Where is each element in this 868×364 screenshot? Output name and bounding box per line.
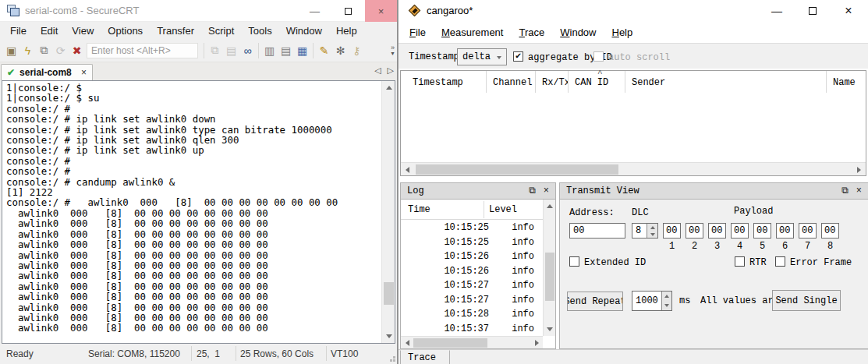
- log-row[interactable]: 10:15:27info: [401, 278, 542, 293]
- scrollbar-thumb[interactable]: [384, 282, 394, 305]
- menu-item-file[interactable]: File: [402, 24, 434, 41]
- payload-byte-input-2[interactable]: 00: [686, 223, 703, 239]
- dlc-spinner[interactable]: 8: [632, 223, 658, 239]
- copy-icon[interactable]: ⧉: [207, 43, 223, 58]
- scroll-up-icon[interactable]: [544, 200, 556, 213]
- key-icon[interactable]: ⚷: [349, 43, 365, 58]
- disconnect-icon[interactable]: ✖: [69, 43, 85, 58]
- scroll-up-icon[interactable]: [382, 81, 395, 94]
- timestamps-dropdown[interactable]: delta: [457, 48, 507, 65]
- global-options-icon[interactable]: ✻: [332, 43, 349, 58]
- menu-item-tools[interactable]: Tools: [241, 23, 278, 38]
- scroll-left-icon[interactable]: [401, 163, 414, 176]
- trace-col-rx-tx[interactable]: Rx/Tx: [536, 71, 569, 93]
- menu-item-trace[interactable]: Trace: [511, 24, 552, 41]
- trace-col-sender[interactable]: Sender: [625, 71, 827, 93]
- maximize-button[interactable]: [801, 0, 824, 22]
- find-icon[interactable]: ∞: [239, 43, 256, 58]
- reconnect-icon[interactable]: ⟳: [52, 43, 69, 58]
- tab-scroll-left-icon[interactable]: ◁: [374, 65, 381, 76]
- log-row[interactable]: 10:15:27info: [401, 293, 542, 308]
- close-panel-icon[interactable]: ×: [544, 186, 549, 196]
- auto-scroll-checkbox[interactable]: [593, 51, 604, 62]
- print-preview-icon[interactable]: ▤: [278, 43, 294, 58]
- menu-item-transfer[interactable]: Transfer: [150, 23, 201, 38]
- trace-col-name[interactable]: Name: [827, 71, 866, 93]
- float-panel-icon[interactable]: ⧉: [529, 186, 536, 196]
- extended-id-checkbox[interactable]: [569, 256, 579, 267]
- menu-item-window[interactable]: Window: [279, 23, 329, 38]
- aggregate-by-id-checkbox[interactable]: ✔: [513, 51, 523, 62]
- menu-item-script[interactable]: Script: [201, 23, 241, 38]
- scrollbar-thumb[interactable]: [413, 338, 487, 348]
- cangaroo-titlebar[interactable]: cangaroo* — ×: [399, 0, 868, 22]
- tab-scroll-right-icon[interactable]: ▷: [388, 65, 394, 76]
- menu-item-view[interactable]: View: [65, 23, 101, 38]
- trace-col-channel[interactable]: Channel: [487, 71, 536, 93]
- log-row[interactable]: 10:15:25info: [401, 235, 542, 250]
- spin-down-icon[interactable]: [662, 301, 671, 310]
- new-session-icon[interactable]: ▣: [3, 43, 19, 58]
- toolbar-overflow-button[interactable]: »▼: [390, 45, 395, 56]
- close-panel-icon[interactable]: ×: [856, 186, 862, 196]
- menu-item-file[interactable]: File: [3, 23, 34, 38]
- trace-table[interactable]: TimestampChannelRx/TxCAN IDSenderName ^: [400, 70, 866, 176]
- send-repeat-button[interactable]: Send Repeat: [567, 292, 623, 311]
- menu-item-edit[interactable]: Edit: [34, 23, 65, 38]
- log-row[interactable]: 10:15:25info: [401, 221, 542, 235]
- quick-connect-icon[interactable]: ϟ: [19, 43, 36, 58]
- payload-byte-input-3[interactable]: 00: [708, 223, 726, 239]
- error-frame-checkbox[interactable]: [775, 256, 785, 267]
- rtr-checkbox[interactable]: [735, 256, 745, 267]
- print-icon[interactable]: ▦: [294, 43, 310, 58]
- clone-session-icon[interactable]: ⧉: [36, 43, 52, 58]
- scrollbar-thumb[interactable]: [545, 253, 554, 301]
- float-panel-icon[interactable]: ⧉: [841, 186, 849, 196]
- menu-item-options[interactable]: Options: [101, 23, 150, 38]
- trace-col-timestamp[interactable]: Timestamp: [401, 71, 487, 93]
- minimize-button[interactable]: —: [298, 0, 331, 22]
- scrollbar-thumb[interactable]: [416, 164, 618, 175]
- scroll-left-icon[interactable]: [401, 337, 413, 349]
- maximize-button[interactable]: [331, 0, 365, 22]
- payload-byte-input-1[interactable]: 00: [663, 223, 681, 239]
- transmit-panel-titlebar[interactable]: Transmit View ⧉ ×: [559, 182, 868, 200]
- scroll-down-icon[interactable]: [382, 330, 395, 343]
- paste-icon[interactable]: ▤: [223, 43, 239, 58]
- close-button[interactable]: ×: [365, 0, 397, 22]
- terminal-scrollbar[interactable]: [381, 81, 395, 343]
- interval-spinner[interactable]: 1000: [632, 291, 672, 311]
- spin-up-icon[interactable]: [647, 224, 657, 231]
- securecrt-titlebar[interactable]: serial-com8 - SecureCRT — ×: [0, 0, 397, 22]
- scroll-right-icon[interactable]: [852, 163, 866, 176]
- spin-up-icon[interactable]: [662, 292, 671, 301]
- payload-byte-input-8[interactable]: 00: [821, 223, 839, 239]
- log-hscrollbar[interactable]: [401, 336, 543, 348]
- scroll-right-icon[interactable]: [530, 337, 543, 349]
- host-input[interactable]: [87, 43, 198, 58]
- terminal-area[interactable]: 1|console:/ $1|console:/ $ suconsole:/ #…: [2, 80, 395, 344]
- menu-item-help[interactable]: Help: [329, 23, 364, 38]
- spin-down-icon[interactable]: [647, 231, 657, 238]
- payload-byte-input-6[interactable]: 00: [776, 223, 794, 239]
- menu-item-help[interactable]: Help: [604, 24, 640, 41]
- tab-trace[interactable]: Trace: [400, 350, 450, 364]
- close-button[interactable]: ×: [837, 0, 860, 22]
- address-input[interactable]: 00: [569, 223, 625, 239]
- menu-item-window[interactable]: Window: [552, 24, 604, 41]
- session-options-icon[interactable]: ✎: [316, 43, 332, 58]
- payload-byte-input-4[interactable]: 00: [731, 223, 749, 239]
- send-single-button[interactable]: Send Single: [772, 290, 841, 311]
- log-row[interactable]: 10:15:26info: [401, 249, 542, 264]
- tab-serial-com8[interactable]: ✔ serial-com8 ×: [1, 64, 93, 80]
- log-row[interactable]: 10:15:37info: [401, 322, 542, 337]
- print-screen-icon[interactable]: ▥: [261, 43, 278, 58]
- log-row[interactable]: 10:15:26info: [401, 264, 542, 279]
- payload-byte-input-5[interactable]: 00: [753, 223, 771, 239]
- log-panel-titlebar[interactable]: Log ⧉ ×: [400, 182, 556, 200]
- resize-grip[interactable]: [393, 359, 395, 362]
- trace-hscrollbar[interactable]: [401, 162, 866, 175]
- minimize-button[interactable]: —: [765, 0, 788, 22]
- tab-close-icon[interactable]: ×: [81, 67, 87, 78]
- payload-byte-input-7[interactable]: 00: [799, 223, 817, 239]
